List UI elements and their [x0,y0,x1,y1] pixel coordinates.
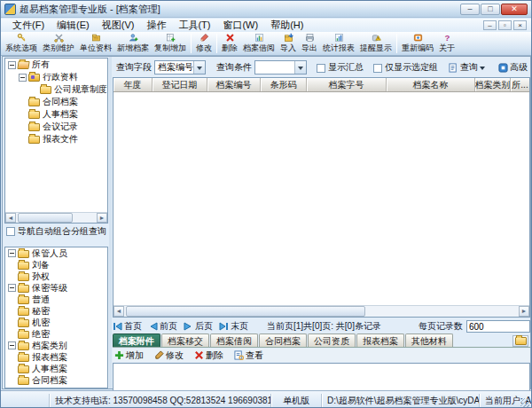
chevron-down-icon[interactable] [193,61,205,74]
unit-info-button[interactable]: 单位资料 [77,32,114,55]
tree-node-liubei[interactable]: 刘备 [5,259,107,271]
col-year[interactable]: 年度 [113,78,153,91]
tree-node-sunquan[interactable]: 孙权 [5,271,107,282]
only-selected-checkbox[interactable] [373,64,382,73]
tree-node-top-secret[interactable]: 绝密 [5,328,107,340]
tree-node-meeting[interactable]: 会议记录 [5,121,107,133]
scroll-left-icon[interactable]: ◄ [5,213,16,223]
horizontal-scrollbar[interactable]: ◄ ► [5,212,107,223]
tree-node-hr[interactable]: 人事档案 [5,108,107,121]
stats-report-button[interactable]: 统计报表 [320,32,357,55]
col-more[interactable]: 所... [511,78,529,91]
mdi-close-button[interactable]: × [513,20,527,30]
tree-node-contract[interactable]: 合同档案 [5,96,107,108]
tree-node-all[interactable]: 所有 [5,59,107,71]
panel-splitter[interactable] [109,57,112,388]
scroll-right-icon[interactable]: ► [519,306,529,317]
close-button[interactable]: ✕ [501,4,528,15]
query-button[interactable]: 查询 [446,60,488,75]
tab-other-material[interactable]: 其他材料 [405,333,453,347]
col-archive-name[interactable]: 档案名称 [387,78,475,91]
detail-modify-button[interactable]: 修改 [153,349,185,362]
copy-add-button[interactable]: 复制增加 [152,32,189,55]
menu-window[interactable]: 窗口(W) [216,19,264,32]
tree-node-hr-archive[interactable]: 人事档案 [5,363,107,374]
scroll-thumb[interactable] [18,213,73,223]
menu-operate[interactable]: 操作 [140,19,172,32]
about-button[interactable]: ? 关于 [436,32,458,55]
collapse-icon[interactable] [8,61,16,69]
system-options-button[interactable]: 系统选项 [3,32,40,55]
query-field-select[interactable]: 档案编号 [154,60,206,75]
collapse-icon[interactable] [8,249,16,257]
col-archive-ref[interactable]: 档案字号 [307,78,387,91]
chevron-down-icon[interactable] [294,61,306,74]
tree-node-contract-archive[interactable]: 合同档案 [5,374,107,386]
show-summary-checkbox[interactable] [317,64,325,73]
col-reg-date[interactable]: 登记日期 [153,78,207,91]
menu-file[interactable]: 文件(F) [6,19,51,32]
auto-group-checkbox[interactable] [6,227,15,236]
detail-view-button[interactable]: 查看 [232,349,265,362]
resize-grip[interactable] [520,398,529,407]
tree-node-archive-type[interactable]: 档案类别 [5,340,107,351]
first-page-button[interactable]: 首页 [113,320,142,333]
minimize-button[interactable]: – [460,4,480,15]
tree-node-report[interactable]: 报表文件 [5,133,107,145]
col-barcode[interactable]: 条形码 [261,78,307,91]
delete-button[interactable]: 删除 [219,32,240,55]
recode-button[interactable]: 重新编码 [399,32,436,55]
prev-page-button[interactable]: 前页 [148,320,177,333]
category-maintain-button[interactable]: 类别维护 [40,32,77,55]
collapse-icon[interactable] [19,74,27,82]
tab-company-qualification[interactable]: 公司资质 [308,333,356,347]
modify-button[interactable]: 修改 [193,32,215,55]
grid-horizontal-scrollbar[interactable]: ◄ ► [113,305,529,317]
tab-contract-archive[interactable]: 合同档案 [259,333,307,347]
menu-view[interactable]: 视图(V) [96,19,141,32]
advanced-button[interactable]: 高级 [496,60,530,75]
import-button[interactable]: 导入 [278,32,299,55]
tab-archive-attachment[interactable]: 档案附件 [113,333,160,347]
show-summary-checkbox-row[interactable]: 显示汇总 [316,61,364,74]
folder-icon [18,250,29,258]
tree-node-secret-level[interactable]: 保密等级 [5,282,107,294]
only-selected-checkbox-row[interactable]: 仅显示选定组 [372,61,438,74]
tree-node-keepers[interactable]: 保管人员 [5,247,107,259]
menu-help[interactable]: 帮助(H) [264,19,309,32]
tree-node-admin[interactable]: 行政资料 [5,71,107,83]
scroll-thumb[interactable] [126,306,365,317]
tree-node-rules[interactable]: 公司规章制度文件 [5,83,107,96]
tree-node-confidential[interactable]: 机密 [5,317,107,328]
tab-archive-borrow[interactable]: 档案借阅 [210,333,258,347]
tab-report-archive[interactable]: 报表档案 [356,333,404,347]
tab-archive-transfer[interactable]: 档案移交 [161,333,209,347]
scroll-right-icon[interactable]: ► [97,213,107,223]
grid-body[interactable] [113,92,529,305]
last-page-button[interactable]: 末页 [219,320,248,333]
next-page-button[interactable]: 后页 [184,320,213,333]
attachment-folder-button[interactable] [512,335,528,347]
col-archive-type[interactable]: 档案类别 [475,78,511,91]
auto-group-checkbox-row[interactable]: 导航自动组合分组查询 [5,226,108,236]
add-archive-button[interactable]: 新增档案 [114,32,152,55]
col-archive-no[interactable]: 档案编号 [207,78,261,91]
per-page-input[interactable] [466,320,530,333]
tree-node-secret[interactable]: 秘密 [5,305,107,317]
scroll-left-icon[interactable]: ◄ [113,306,124,317]
mdi-minimize-button[interactable]: – [483,20,497,30]
export-button[interactable]: 导出 [299,32,320,55]
mdi-restore-button[interactable]: ▫ [498,20,512,30]
detail-delete-button[interactable]: 删除 [192,349,225,362]
tree-node-normal[interactable]: 普通 [5,294,107,305]
query-condition-select[interactable] [254,60,307,75]
menu-edit[interactable]: 编辑(E) [51,19,96,32]
tree-node-report-archive[interactable]: 报表档案 [5,351,107,363]
reminder-button[interactable]: 提醒显示 [357,32,395,55]
maximize-button[interactable]: □ [481,4,500,15]
detail-add-button[interactable]: 增加 [113,349,145,362]
collapse-icon[interactable] [8,284,16,292]
collapse-icon[interactable] [8,341,16,349]
menu-tools[interactable]: 工具(T) [172,19,216,32]
archive-borrow-button[interactable]: 档案借阅 [240,32,278,55]
